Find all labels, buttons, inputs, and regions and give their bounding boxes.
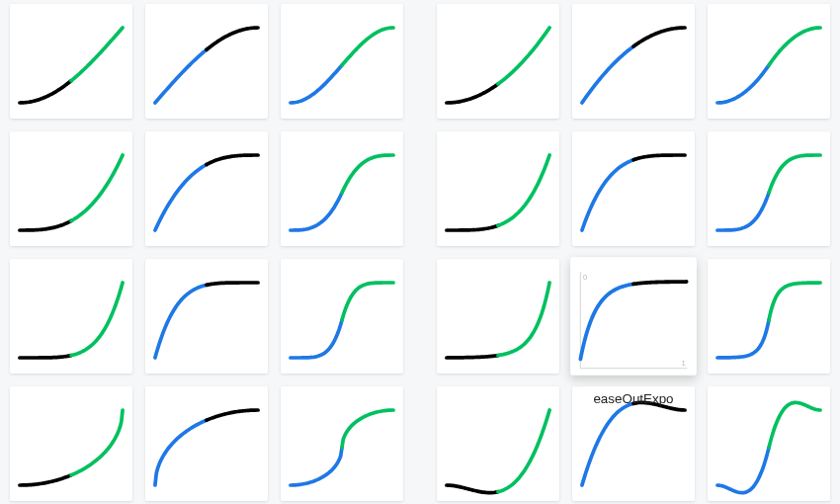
easing-card-easeInCirc[interactable]: easeInCirc <box>10 386 132 501</box>
easing-card-easeOutQuad[interactable]: easeOutQuad <box>572 4 695 119</box>
easing-curve-icon <box>145 386 268 505</box>
easing-label: easeOutExpo <box>593 382 673 413</box>
easing-curve-icon <box>708 386 830 505</box>
easing-card-easeInQuint[interactable]: easeInQuint <box>10 259 132 374</box>
easing-curve-icon <box>572 4 695 126</box>
easing-curve-icon <box>10 4 132 126</box>
easing-curve-icon <box>437 131 559 254</box>
easing-card-easeInQuad[interactable]: easeInQuad <box>437 4 559 119</box>
easing-card-easeOutSine[interactable]: easeOutSine <box>145 4 268 119</box>
easing-curve-icon <box>708 259 830 381</box>
easing-curve-icon <box>281 259 403 381</box>
easing-card-easeOutCirc[interactable]: easeOutCirc <box>145 386 268 501</box>
easing-card-easeInOutSine[interactable]: easeInOutSine <box>281 4 403 119</box>
easing-curve-icon <box>437 259 559 381</box>
easing-card-easeInOutQuint[interactable]: easeInOutQuint <box>281 259 403 374</box>
easing-card-easeInOutQuart[interactable]: easeInOutQuart <box>708 131 830 246</box>
easing-card-easeOutQuart[interactable]: easeOutQuart <box>572 131 695 246</box>
easing-card-easeInOutQuad[interactable]: easeInOutQuad <box>708 4 830 119</box>
svg-text:1: 1 <box>682 359 686 368</box>
easing-curve-icon <box>145 131 268 254</box>
easing-card-easeInOutCirc[interactable]: easeInOutCirc <box>281 386 403 501</box>
easing-curve-icon <box>437 4 559 126</box>
easing-card-easeOutQuint[interactable]: easeOutQuint <box>145 259 268 374</box>
easing-card-easeOutCubic[interactable]: easeOutCubic <box>145 131 268 246</box>
easing-card-easeInExpo[interactable]: easeInExpo <box>437 259 559 374</box>
easing-curve-icon <box>145 4 268 126</box>
easing-curve-icon <box>708 131 830 254</box>
easing-card-easeInBack[interactable]: easeInBack <box>437 386 559 501</box>
easing-curve-icon <box>145 259 268 381</box>
easing-curve-icon <box>10 131 132 254</box>
easing-curve-icon <box>708 4 830 126</box>
easing-card-easeInSine[interactable]: easeInSine <box>10 4 132 119</box>
easing-curve-icon <box>572 131 695 254</box>
easing-card-easeInCubic[interactable]: easeInCubic <box>10 131 132 246</box>
easing-card-easeOutExpo[interactable]: 01easeOutExpo <box>570 257 697 375</box>
easing-curve-icon <box>281 4 403 126</box>
svg-text:0: 0 <box>583 273 587 282</box>
easing-card-easeInQuart[interactable]: easeInQuart <box>437 131 559 246</box>
easing-group-2: easeInQuadeaseOutQuadeaseInOutQuadeaseIn… <box>437 4 830 501</box>
easing-curve-icon <box>281 131 403 254</box>
easing-curve-icon <box>437 386 559 505</box>
easing-curve-icon <box>10 386 132 505</box>
easing-card-easeInOutBack[interactable]: easeInOutBack <box>708 386 830 501</box>
easing-curve-icon <box>10 259 132 381</box>
easing-group-1: easeInSineeaseOutSineeaseInOutSineeaseIn… <box>10 4 403 501</box>
easing-card-easeInOutExpo[interactable]: easeInOutExpo <box>708 259 830 374</box>
easing-curve-icon <box>281 386 403 505</box>
easing-curve-icon: 01 <box>570 257 697 383</box>
easing-card-easeInOutCubic[interactable]: easeInOutCubic <box>281 131 403 246</box>
